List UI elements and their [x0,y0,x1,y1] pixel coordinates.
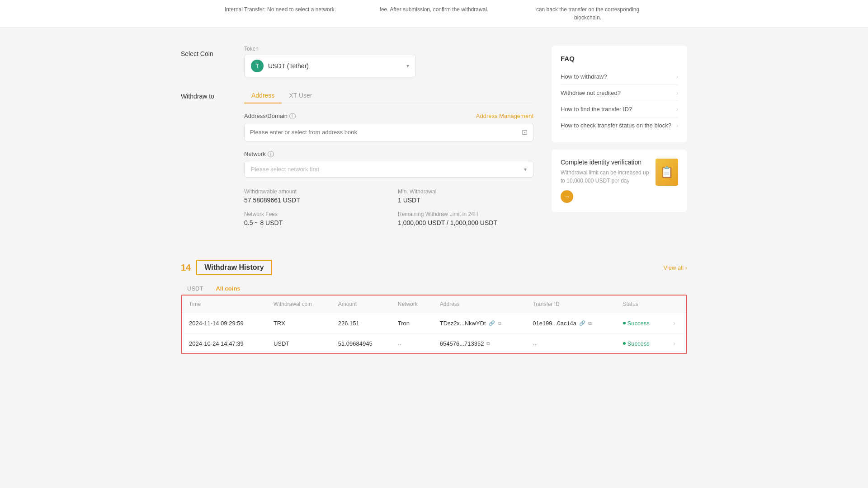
select-coin-row: Select Coin Token T USDT (Tether) ▾ [181,46,533,77]
row1-address: 654576...713352 ⧉ [433,333,525,354]
row1-status: Success [616,333,666,354]
token-name: USDT (Tether) [268,62,309,70]
row0-status: Success [616,313,666,333]
col-amount: Amount [331,296,391,313]
withdraw-to-label: Withdraw to [181,88,244,100]
main-content: Select Coin Token T USDT (Tether) ▾ [163,37,705,363]
remaining-limit-value: 1,000,000 USDT / 1,000,000 USDT [398,219,533,226]
copy-transfer-icon-0[interactable]: 🔗 [579,320,585,326]
faq-chevron-icon-0: › [676,74,678,80]
token-control-area: Token T USDT (Tether) ▾ [244,46,533,77]
select-coin-label: Select Coin [181,46,244,57]
tab-xt-user[interactable]: XT User [282,88,319,103]
row1-time: 2024-10-24 14:47:39 [182,333,266,354]
withdraw-tabs: Address XT User [244,88,533,103]
view-all-link[interactable]: View all › [663,264,687,271]
row0-time: 2024-11-14 09:29:59 [182,313,266,333]
faq-item-0[interactable]: How to withdraw? › [561,69,678,85]
address-input-wrap: ⊡ [244,123,533,141]
min-withdrawal-label: Min. Withdrawal [398,188,533,195]
identity-arrow-button[interactable]: → [561,190,573,203]
faq-card: FAQ How to withdraw? › Withdraw not cred… [552,46,687,142]
row0-amount: 226.151 [331,313,391,333]
withdrawable-amount-item: Withdrawable amount 57.58089661 USDT [244,188,380,204]
row1-chevron[interactable]: › [666,333,686,354]
identity-card-desc: Withdrawal limit can be increased up to … [561,169,651,185]
network-fees-value: 0.5 ~ 8 USDT [244,219,380,226]
row1-amount: 51.09684945 [331,333,391,354]
history-tab-all-coins[interactable]: All coins [209,282,246,295]
top-info-item-1: Internal Transfer: No need to select a n… [217,5,344,22]
address-management-link[interactable]: Address Management [476,113,533,119]
form-section: Select Coin Token T USDT (Tether) ▾ [181,46,533,242]
identity-card-image: 📋 [656,159,678,186]
col-transfer-id: Transfer ID [525,296,615,313]
row1-network: -- [391,333,433,354]
network-label-row: Network i [244,150,533,157]
copy-address-icon-0[interactable]: 🔗 [489,320,495,326]
identity-card-title: Complete identity verification [561,159,651,166]
history-table-header-row: Time Withdrawal coin Amount Network Addr… [182,296,686,313]
copy-transfer-copy-icon-0[interactable]: ⧉ [588,320,592,326]
history-tab-usdt[interactable]: USDT [181,282,209,295]
network-info-icon[interactable]: i [268,151,274,157]
history-header: 14 Withdraw History View all › [181,260,687,275]
addr-row-header: Address/Domain i Address Management [244,113,533,119]
address-input[interactable] [250,129,522,136]
faq-chevron-icon-3: › [676,122,678,129]
row0-address: TDsz2x...NkwYDt 🔗 ⧉ [433,313,525,333]
remaining-limit-label: Remaining Withdraw Limit in 24H [398,211,533,217]
qr-code-icon[interactable]: ⊡ [522,128,528,136]
identity-card-content: Complete identity verification Withdrawa… [561,159,651,203]
faq-title: FAQ [561,55,678,62]
token-select-left: T USDT (Tether) [251,60,309,72]
table-row[interactable]: 2024-10-24 14:47:39 USDT 51.09684945 -- … [182,333,686,354]
amount-info-grid: Withdrawable amount 57.58089661 USDT Min… [244,188,533,226]
top-info-item-3: can back the transfer on the correspondi… [524,5,651,22]
identity-card: Complete identity verification Withdrawa… [552,150,687,212]
status-dot-1 [623,342,626,345]
network-label: Network [244,150,266,157]
history-tabs: USDT All coins [181,282,687,295]
row0-network: Tron [391,313,433,333]
row0-coin: TRX [266,313,331,333]
network-chevron-down-icon: ▾ [524,166,527,173]
history-table-wrap: Time Withdrawal coin Amount Network Addr… [181,295,687,354]
table-row[interactable]: 2024-11-14 09:29:59 TRX 226.151 Tron TDs… [182,313,686,333]
history-section: 14 Withdraw History View all › USDT All … [181,260,687,354]
withdraw-to-row: Withdraw to Address XT User Address/Doma… [181,88,533,231]
row-chevron-icon-0: › [673,319,675,327]
network-fees-item: Network Fees 0.5 ~ 8 USDT [244,211,380,226]
address-info-icon[interactable]: i [289,113,296,119]
history-title-row: 14 Withdraw History [181,260,272,275]
col-action [666,296,686,313]
faq-item-1[interactable]: Withdraw not credited? › [561,85,678,101]
col-withdrawal-coin: Withdrawal coin [266,296,331,313]
address-domain-label: Address/Domain i [244,113,296,119]
faq-item-3[interactable]: How to check transfer status on the bloc… [561,117,678,133]
top-info-item-2: fee. After submission, confirm the withd… [371,5,497,22]
copy-icon-0[interactable]: ⧉ [498,320,501,326]
token-chevron-down-icon: ▾ [406,63,409,69]
faq-item-2[interactable]: How to find the transfer ID? › [561,101,678,117]
top-info-bar: Internal Transfer: No need to select a n… [0,0,868,28]
withdraw-to-control-area: Address XT User Address/Domain i Address… [244,88,533,231]
col-address: Address [433,296,525,313]
row-chevron-icon-1: › [673,340,675,347]
row1-transfer-id: -- [525,333,615,354]
network-select-dropdown[interactable]: Please select network first ▾ [244,161,533,178]
network-fees-label: Network Fees [244,211,380,217]
history-badge: 14 [181,263,191,273]
col-network: Network [391,296,433,313]
token-sublabel: Token [244,46,533,52]
page-wrapper: Internal Transfer: No need to select a n… [0,0,868,488]
row0-chevron[interactable]: › [666,313,686,333]
withdrawable-amount-value: 57.58089661 USDT [244,197,380,204]
tab-address[interactable]: Address [244,88,282,103]
remaining-limit-item: Remaining Withdraw Limit in 24H 1,000,00… [398,211,533,226]
token-select-dropdown[interactable]: T USDT (Tether) ▾ [244,55,416,77]
copy-address-icon-1[interactable]: ⧉ [486,341,490,347]
withdrawable-amount-label: Withdrawable amount [244,188,380,195]
col-status: Status [616,296,666,313]
faq-section: FAQ How to withdraw? › Withdraw not cred… [552,46,687,212]
